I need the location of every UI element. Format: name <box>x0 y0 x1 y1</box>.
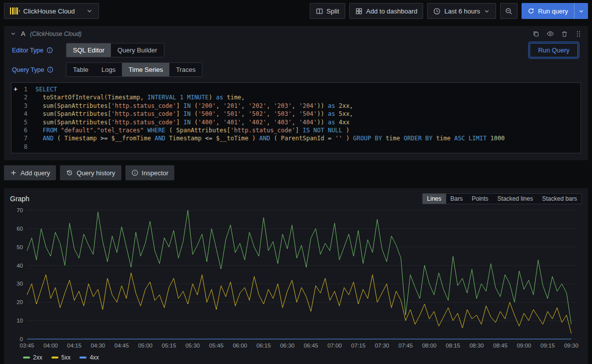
editor-type-option-sql-editor[interactable]: SQL Editor <box>66 43 111 57</box>
svg-text:0: 0 <box>20 336 23 342</box>
info-circle-icon <box>131 169 138 176</box>
query-history-button[interactable]: Query history <box>60 165 121 180</box>
graph-canvas[interactable]: 01020304050607003:4504:0004:1504:3004:45… <box>10 206 582 352</box>
svg-text:04:30: 04:30 <box>91 343 105 349</box>
add-line-icon[interactable]: + <box>11 85 19 93</box>
svg-text:70: 70 <box>16 207 23 213</box>
sql-code: +1SELECT2 toStartOfInterval(Timestamp, I… <box>11 85 581 151</box>
svg-text:10: 10 <box>16 318 23 324</box>
history-icon <box>66 169 73 176</box>
svg-text:60: 60 <box>16 226 23 232</box>
chevron-down-icon <box>484 8 490 14</box>
query-editor-panel: A (ClickHouse Cloud) Editor Type SQL Edi… <box>4 26 588 160</box>
legend-item-5xx[interactable]: 5xx <box>51 354 71 361</box>
query-type-tab-traces[interactable]: Traces <box>169 63 202 76</box>
drag-handle-icon[interactable] <box>575 30 582 37</box>
line-number: 5 <box>19 118 27 126</box>
info-circle-icon[interactable] <box>46 47 53 53</box>
graph-panel: Graph LinesBarsPointsStacked linesStacke… <box>4 188 588 364</box>
graph-mode-points[interactable]: Points <box>467 194 493 204</box>
editor-type-option-query-builder[interactable]: Query Builder <box>111 43 163 57</box>
svg-text:04:45: 04:45 <box>114 343 129 349</box>
line-number: 1 <box>19 85 27 93</box>
time-range-picker[interactable]: Last 6 hours <box>427 3 496 19</box>
svg-text:07:15: 07:15 <box>351 343 366 349</box>
line-number: 7 <box>19 134 27 142</box>
legend-item-2xx[interactable]: 2xx <box>23 354 42 361</box>
run-query-button[interactable]: Run query <box>522 3 574 19</box>
split-icon <box>316 7 323 15</box>
sql-editor[interactable]: +1SELECT2 toStartOfInterval(Timestamp, I… <box>11 82 581 153</box>
graph-legend: 2xx5xx4xx <box>10 352 582 362</box>
svg-text:09:30: 09:30 <box>564 343 579 349</box>
svg-text:05:15: 05:15 <box>162 343 176 349</box>
svg-text:05:00: 05:00 <box>138 343 152 349</box>
query-datasource-hint: (ClickHouse Cloud) <box>30 30 81 37</box>
clickhouse-logo-icon <box>10 7 20 14</box>
svg-text:08:15: 08:15 <box>446 343 460 349</box>
line-number: 2 <box>19 93 27 101</box>
split-button[interactable]: Split <box>310 3 345 19</box>
split-label: Split <box>327 7 339 15</box>
chevron-down-icon <box>86 7 93 14</box>
refresh-icon <box>528 7 535 14</box>
chevron-down-icon <box>578 8 585 14</box>
datasource-name: ClickHouse Cloud <box>23 7 75 15</box>
graph-mode-lines[interactable]: Lines <box>423 194 446 204</box>
svg-text:06:15: 06:15 <box>256 343 271 349</box>
datasource-picker[interactable]: ClickHouse Cloud <box>4 3 99 19</box>
svg-text:05:30: 05:30 <box>185 343 200 349</box>
query-history-label: Query history <box>76 169 115 177</box>
query-type-tab-table[interactable]: Table <box>66 63 95 76</box>
line-number: 4 <box>19 110 27 118</box>
run-query-dropdown[interactable] <box>574 3 588 19</box>
editor-type-group: SQL EditorQuery Builder <box>66 43 164 57</box>
svg-text:07:00: 07:00 <box>327 343 342 349</box>
graph-title: Graph <box>10 195 29 203</box>
duplicate-query-icon[interactable] <box>533 30 540 37</box>
collapse-chevron-icon[interactable] <box>10 30 16 37</box>
legend-label: 4xx <box>89 354 99 361</box>
graph-mode-group: LinesBarsPointsStacked linesStacked bars <box>422 193 582 204</box>
line-number: 3 <box>19 102 27 110</box>
delete-query-trash-icon[interactable] <box>561 30 568 37</box>
legend-item-4xx[interactable]: 4xx <box>79 354 99 361</box>
svg-text:07:30: 07:30 <box>375 343 389 349</box>
svg-text:03:45: 03:45 <box>20 343 34 349</box>
svg-text:04:00: 04:00 <box>43 343 58 349</box>
query-actions-row: Add query Query history Inspector <box>4 165 588 180</box>
legend-label: 2xx <box>33 354 42 361</box>
svg-text:30: 30 <box>16 281 23 287</box>
legend-label: 5xx <box>61 354 71 361</box>
svg-text:50: 50 <box>16 244 23 250</box>
zoom-out-button[interactable] <box>500 3 518 19</box>
run-query-panel-button[interactable]: Run Query <box>530 43 578 57</box>
svg-text:09:00: 09:00 <box>517 343 531 349</box>
add-to-dashboard-button[interactable]: Add to dashboard <box>349 3 424 19</box>
zoom-out-icon <box>505 7 513 15</box>
run-query-split: Run query <box>522 3 588 19</box>
inspector-button[interactable]: Inspector <box>125 165 174 180</box>
svg-text:40: 40 <box>16 263 23 269</box>
topbar: ClickHouse Cloud Split Add to dashboard … <box>0 0 592 22</box>
legend-swatch-5xx <box>51 357 58 359</box>
query-type-tab-time-series[interactable]: Time Series <box>122 63 169 76</box>
svg-text:20: 20 <box>16 300 23 306</box>
svg-text:04:15: 04:15 <box>67 343 81 349</box>
hide-query-eye-icon[interactable] <box>547 30 554 37</box>
query-row-header: A (ClickHouse Cloud) <box>4 26 588 40</box>
svg-text:08:45: 08:45 <box>493 343 508 349</box>
query-type-tab-logs[interactable]: Logs <box>95 63 122 76</box>
graph-mode-stacked-bars[interactable]: Stacked bars <box>538 194 582 204</box>
svg-text:06:00: 06:00 <box>233 343 247 349</box>
info-circle-icon[interactable] <box>47 66 53 73</box>
add-query-button[interactable]: Add query <box>4 165 56 180</box>
graph-mode-stacked-lines[interactable]: Stacked lines <box>493 194 538 204</box>
svg-text:07:45: 07:45 <box>399 343 413 349</box>
add-to-dashboard-label: Add to dashboard <box>366 7 418 15</box>
svg-text:06:45: 06:45 <box>304 343 318 349</box>
graph-mode-bars[interactable]: Bars <box>446 194 468 204</box>
plus-icon <box>10 169 17 176</box>
line-number: 8 <box>19 143 27 151</box>
svg-text:09:15: 09:15 <box>541 343 555 349</box>
